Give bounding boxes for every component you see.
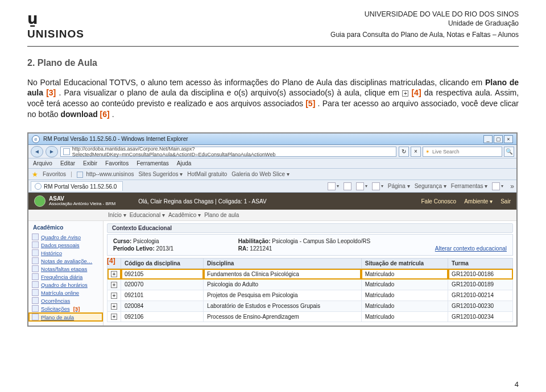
fav-webslice[interactable]: Galeria do Web Slice ▾ xyxy=(231,171,289,177)
context-header: Contexto Educacional xyxy=(107,223,513,233)
cell-situacao: Matriculado xyxy=(361,269,448,280)
cell-turma: GR12010-00234 xyxy=(448,311,513,322)
ctx-hab: Psicologia - Campus São Leopoldo/RS xyxy=(271,238,371,244)
sidebar-item-matricula-online[interactable]: Matrícula online xyxy=(28,289,103,297)
sidebar-icon xyxy=(32,241,39,248)
ctx-periodo: 2013/1 xyxy=(155,245,173,252)
sidebar-item-ocorrencias[interactable]: Ocorrências xyxy=(28,297,103,305)
sidebar-item-notas-avaliacoes[interactable]: Notas de avaliaçõe… xyxy=(28,257,103,265)
fav-suggested[interactable]: Sites Sugeridos ▾ xyxy=(138,171,183,177)
unit-name: Unidade de Graduação xyxy=(330,19,519,27)
sidebar-label: Plano de aula xyxy=(41,314,74,320)
para-1a: No Portal Educacional TOTVS, o aluno tem… xyxy=(27,78,485,87)
sidebar-icon xyxy=(32,249,39,256)
menu-ferramentas[interactable]: Ferramentas xyxy=(136,160,169,166)
sidebar-item-notas-faltas[interactable]: Notas/faltas etapas xyxy=(28,265,103,273)
cell-disciplina: Fundamentos da Clínica Psicológica xyxy=(204,269,362,280)
table-row[interactable]: + 020084 Laboratório de Estudos e Proces… xyxy=(107,301,513,311)
table-row[interactable]: + 092105 Fundamentos da Clínica Psicológ… xyxy=(107,269,513,280)
sidebar-item-frequencia[interactable]: Frequência diária xyxy=(28,273,103,281)
feeds-button[interactable] xyxy=(344,182,351,190)
page-menu[interactable]: Página ▾ xyxy=(388,183,410,189)
col-turma: Turma xyxy=(448,258,513,269)
crumb-educacional[interactable]: Educacional ▾ xyxy=(130,212,165,218)
expand-row-icon[interactable]: + xyxy=(111,282,117,288)
favorites-star-icon[interactable]: ★ xyxy=(32,170,38,178)
sidebar-item-dados-pessoais[interactable]: Dados pessoais xyxy=(28,241,103,249)
security-menu[interactable]: Segurança ▾ xyxy=(415,183,446,189)
url-input[interactable]: http://cordoba.mantidas.asav/Corpore.Net… xyxy=(60,147,396,157)
live-search-icon: ✶ xyxy=(425,149,430,155)
close-button[interactable]: × xyxy=(504,135,513,143)
ctx-hab-label: Habilitação: xyxy=(238,238,271,244)
expand-icon: + xyxy=(402,90,408,97)
cell-codigo: 020084 xyxy=(121,301,204,311)
search-placeholder: Live Search xyxy=(432,149,460,155)
cell-disciplina: Processos de Ensino-Aprendizagem xyxy=(204,311,362,322)
alterar-contexto-link[interactable]: Alterar contexto educacional xyxy=(435,245,507,252)
table-row[interactable]: + 092101 Projetos de Pesquisa em Psicolo… xyxy=(107,290,513,301)
sidebar-label: Quadro de horários xyxy=(41,282,88,288)
sidebar-label: Ocorrências xyxy=(41,298,70,304)
tools-menu[interactable]: Ferramentas ▾ xyxy=(451,183,487,189)
section-title: 2. Plano de Aula xyxy=(27,57,519,69)
ctx-curso-label: Curso: xyxy=(113,238,131,244)
home-button[interactable]: ▾ xyxy=(328,182,339,190)
refresh-button[interactable]: ↻ xyxy=(399,147,409,157)
logo-word: UNISINOS xyxy=(27,28,107,40)
tab-active[interactable]: RM Portal Versão 11.52.56.0 xyxy=(31,181,123,191)
expand-row-icon[interactable]: + xyxy=(111,271,117,277)
chevron-expand-icon[interactable]: » xyxy=(510,182,514,190)
menu-exibir[interactable]: Exibir xyxy=(83,160,97,166)
ref-5: [5] xyxy=(305,99,315,108)
print-button[interactable]: ▾ xyxy=(372,182,383,190)
fav-site[interactable]: http--www.unisinos xyxy=(77,171,134,178)
menu-editar[interactable]: Editar xyxy=(60,160,75,166)
sidebar-title: Acadêmico xyxy=(28,223,103,233)
tab-favicon-icon xyxy=(35,183,42,190)
expand-row-icon[interactable]: + xyxy=(111,314,117,320)
cell-codigo: 092106 xyxy=(121,311,204,322)
link-sair[interactable]: Sair xyxy=(500,198,511,205)
mail-button[interactable]: ▾ xyxy=(356,182,367,190)
menu-favoritos[interactable]: Favoritos xyxy=(105,160,129,166)
stop-button[interactable]: × xyxy=(411,147,421,157)
sidebar-icon xyxy=(32,233,39,240)
help-button[interactable]: ▾ xyxy=(492,182,503,190)
sidebar-icon xyxy=(32,257,39,264)
back-button[interactable]: ◄ xyxy=(31,146,43,157)
sidebar-label: Quadro de Aviso xyxy=(41,234,81,240)
col-codigo: Código da disciplina xyxy=(121,258,204,269)
sidebar-item-solicitacoes[interactable]: Solicitações[3] xyxy=(28,305,103,312)
menu-ajuda[interactable]: Ajuda xyxy=(177,160,192,166)
menu-arquivo[interactable]: Arquivo xyxy=(33,160,52,166)
menu-bar: Arquivo Editar Exibir Favoritos Ferramen… xyxy=(28,159,516,169)
crumb-academico[interactable]: Acadêmico ▾ xyxy=(168,212,201,218)
search-go-button[interactable]: 🔍 xyxy=(504,147,514,157)
expand-row-icon[interactable]: + xyxy=(111,293,117,299)
cell-turma: GR12010-00186 xyxy=(448,269,513,280)
cell-situacao: Matriculado xyxy=(361,311,448,322)
minimize-button[interactable]: _ xyxy=(483,135,493,143)
sidebar-item-historico[interactable]: Histórico xyxy=(28,249,103,257)
expand-row-icon[interactable]: + xyxy=(111,303,117,310)
link-fale-conosco[interactable]: Fale Conosco xyxy=(421,198,456,205)
search-input[interactable]: ✶ Live Search xyxy=(423,147,502,157)
sidebar-item-quadro-aviso[interactable]: Quadro de Aviso xyxy=(28,233,103,241)
crumb-inicio[interactable]: Início ▾ xyxy=(108,212,126,218)
sidebar-item-plano-de-aula[interactable]: Plano de aula xyxy=(28,312,103,322)
link-ambiente[interactable]: Ambiente ▾ xyxy=(464,198,493,205)
forward-button[interactable]: ► xyxy=(46,146,58,157)
maximize-button[interactable]: ▢ xyxy=(494,135,503,143)
para-1c: . Para visualizar o plano de aula da dis… xyxy=(59,88,402,97)
cell-situacao: Matriculado xyxy=(361,290,448,301)
page-icon xyxy=(63,148,70,155)
fav-hotmail[interactable]: HotMail gratuito xyxy=(187,171,227,177)
sidebar-label: Notas/faltas etapas xyxy=(41,266,87,272)
sidebar-item-quadro-horarios[interactable]: Quadro de horários xyxy=(28,281,103,289)
table-row[interactable]: + 092106 Processos de Ensino-Aprendizage… xyxy=(107,311,513,322)
address-bar: ◄ ► http://cordoba.mantidas.asav/Corpore… xyxy=(28,145,516,159)
table-row[interactable]: + 020070 Psicologia do Adulto Matriculad… xyxy=(107,280,513,290)
ctx-curso: Psicologia xyxy=(131,238,159,244)
para-1g: . xyxy=(112,110,114,119)
